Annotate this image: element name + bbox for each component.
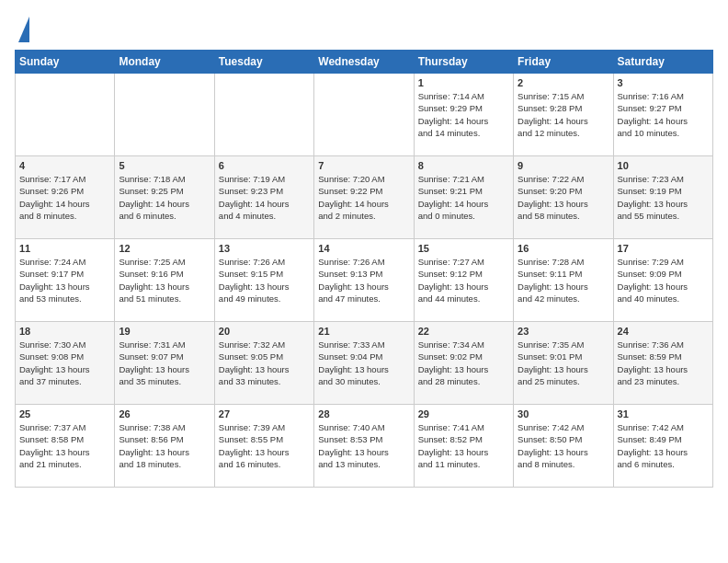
calendar-cell: 9Sunrise: 7:22 AM Sunset: 9:20 PM Daylig… <box>514 156 613 239</box>
day-info: Sunrise: 7:42 AM Sunset: 8:49 PM Dayligh… <box>618 421 709 470</box>
day-info: Sunrise: 7:22 AM Sunset: 9:20 PM Dayligh… <box>518 173 609 222</box>
page-header <box>15 15 713 42</box>
day-info: Sunrise: 7:25 AM Sunset: 9:16 PM Dayligh… <box>119 256 210 304</box>
day-info: Sunrise: 7:39 AM Sunset: 8:55 PM Dayligh… <box>219 421 310 470</box>
day-info: Sunrise: 7:18 AM Sunset: 9:25 PM Dayligh… <box>119 173 210 222</box>
day-number: 16 <box>518 243 609 254</box>
day-number: 11 <box>19 243 110 254</box>
day-info: Sunrise: 7:21 AM Sunset: 9:21 PM Dayligh… <box>418 173 509 222</box>
day-info: Sunrise: 7:19 AM Sunset: 9:23 PM Dayligh… <box>219 173 310 222</box>
calendar-cell <box>214 74 313 156</box>
day-info: Sunrise: 7:26 AM Sunset: 9:13 PM Dayligh… <box>318 256 409 304</box>
calendar-cell: 18Sunrise: 7:30 AM Sunset: 9:08 PM Dayli… <box>16 322 115 405</box>
weekday-header-sunday: Sunday <box>16 51 115 74</box>
calendar-cell: 15Sunrise: 7:27 AM Sunset: 9:12 PM Dayli… <box>414 239 513 322</box>
day-info: Sunrise: 7:38 AM Sunset: 8:56 PM Dayligh… <box>119 421 210 470</box>
day-info: Sunrise: 7:26 AM Sunset: 9:15 PM Dayligh… <box>219 256 310 304</box>
calendar-cell: 2Sunrise: 7:15 AM Sunset: 9:28 PM Daylig… <box>514 74 613 156</box>
day-info: Sunrise: 7:34 AM Sunset: 9:02 PM Dayligh… <box>418 339 509 387</box>
calendar-week-row: 4Sunrise: 7:17 AM Sunset: 9:26 PM Daylig… <box>16 156 713 239</box>
day-info: Sunrise: 7:42 AM Sunset: 8:50 PM Dayligh… <box>518 421 609 470</box>
day-number: 7 <box>318 160 409 171</box>
day-info: Sunrise: 7:17 AM Sunset: 9:26 PM Dayligh… <box>19 173 110 222</box>
calendar-week-row: 11Sunrise: 7:24 AM Sunset: 9:17 PM Dayli… <box>16 239 713 322</box>
calendar-cell: 31Sunrise: 7:42 AM Sunset: 8:49 PM Dayli… <box>613 405 712 488</box>
calendar-cell: 7Sunrise: 7:20 AM Sunset: 9:22 PM Daylig… <box>314 156 414 239</box>
day-info: Sunrise: 7:40 AM Sunset: 8:53 PM Dayligh… <box>318 421 409 470</box>
weekday-header-wednesday: Wednesday <box>314 51 414 74</box>
weekday-header-thursday: Thursday <box>414 51 513 74</box>
calendar-table: SundayMondayTuesdayWednesdayThursdayFrid… <box>15 50 713 488</box>
day-number: 9 <box>518 160 609 171</box>
day-number: 19 <box>119 326 210 337</box>
day-number: 24 <box>618 326 709 337</box>
day-number: 15 <box>418 243 509 254</box>
logo <box>15 15 29 42</box>
calendar-cell: 27Sunrise: 7:39 AM Sunset: 8:55 PM Dayli… <box>214 405 313 488</box>
day-number: 30 <box>518 408 609 419</box>
calendar-cell: 6Sunrise: 7:19 AM Sunset: 9:23 PM Daylig… <box>214 156 313 239</box>
day-info: Sunrise: 7:27 AM Sunset: 9:12 PM Dayligh… <box>418 256 509 304</box>
calendar-body: 1Sunrise: 7:14 AM Sunset: 9:29 PM Daylig… <box>16 74 713 488</box>
day-number: 21 <box>318 326 409 337</box>
calendar-cell: 25Sunrise: 7:37 AM Sunset: 8:58 PM Dayli… <box>16 405 115 488</box>
calendar-cell: 23Sunrise: 7:35 AM Sunset: 9:01 PM Dayli… <box>514 322 613 405</box>
calendar-cell: 24Sunrise: 7:36 AM Sunset: 8:59 PM Dayli… <box>613 322 712 405</box>
calendar-week-row: 25Sunrise: 7:37 AM Sunset: 8:58 PM Dayli… <box>16 405 713 488</box>
day-info: Sunrise: 7:29 AM Sunset: 9:09 PM Dayligh… <box>618 256 709 304</box>
day-info: Sunrise: 7:32 AM Sunset: 9:05 PM Dayligh… <box>219 339 310 387</box>
calendar-week-row: 1Sunrise: 7:14 AM Sunset: 9:29 PM Daylig… <box>16 74 713 156</box>
day-number: 14 <box>318 243 409 254</box>
day-info: Sunrise: 7:33 AM Sunset: 9:04 PM Dayligh… <box>318 339 409 387</box>
day-number: 18 <box>19 326 110 337</box>
day-info: Sunrise: 7:20 AM Sunset: 9:22 PM Dayligh… <box>318 173 409 222</box>
calendar-cell: 20Sunrise: 7:32 AM Sunset: 9:05 PM Dayli… <box>214 322 313 405</box>
day-number: 10 <box>618 160 709 171</box>
day-number: 28 <box>318 408 409 419</box>
day-info: Sunrise: 7:41 AM Sunset: 8:52 PM Dayligh… <box>418 421 509 470</box>
weekday-header-friday: Friday <box>514 51 613 74</box>
day-number: 6 <box>219 160 310 171</box>
calendar-cell: 4Sunrise: 7:17 AM Sunset: 9:26 PM Daylig… <box>16 156 115 239</box>
calendar-cell: 16Sunrise: 7:28 AM Sunset: 9:11 PM Dayli… <box>514 239 613 322</box>
calendar-cell: 11Sunrise: 7:24 AM Sunset: 9:17 PM Dayli… <box>16 239 115 322</box>
day-info: Sunrise: 7:23 AM Sunset: 9:19 PM Dayligh… <box>618 173 709 222</box>
day-number: 4 <box>19 160 110 171</box>
calendar-week-row: 18Sunrise: 7:30 AM Sunset: 9:08 PM Dayli… <box>16 322 713 405</box>
calendar-cell: 26Sunrise: 7:38 AM Sunset: 8:56 PM Dayli… <box>115 405 214 488</box>
weekday-header-row: SundayMondayTuesdayWednesdayThursdayFrid… <box>16 51 713 74</box>
calendar-cell: 13Sunrise: 7:26 AM Sunset: 9:15 PM Dayli… <box>214 239 313 322</box>
day-info: Sunrise: 7:31 AM Sunset: 9:07 PM Dayligh… <box>119 339 210 387</box>
day-info: Sunrise: 7:15 AM Sunset: 9:28 PM Dayligh… <box>518 90 609 139</box>
calendar-cell: 19Sunrise: 7:31 AM Sunset: 9:07 PM Dayli… <box>115 322 214 405</box>
calendar-cell <box>16 74 115 156</box>
calendar-cell: 30Sunrise: 7:42 AM Sunset: 8:50 PM Dayli… <box>514 405 613 488</box>
day-number: 25 <box>19 408 110 419</box>
day-number: 22 <box>418 326 509 337</box>
day-number: 29 <box>418 408 509 419</box>
day-number: 13 <box>219 243 310 254</box>
calendar-cell: 1Sunrise: 7:14 AM Sunset: 9:29 PM Daylig… <box>414 74 513 156</box>
day-number: 3 <box>618 77 709 88</box>
day-number: 1 <box>418 77 509 88</box>
day-number: 23 <box>518 326 609 337</box>
calendar-cell: 3Sunrise: 7:16 AM Sunset: 9:27 PM Daylig… <box>613 74 712 156</box>
day-number: 27 <box>219 408 310 419</box>
day-number: 31 <box>618 408 709 419</box>
calendar-cell: 10Sunrise: 7:23 AM Sunset: 9:19 PM Dayli… <box>613 156 712 239</box>
calendar-cell: 14Sunrise: 7:26 AM Sunset: 9:13 PM Dayli… <box>314 239 414 322</box>
calendar-cell: 29Sunrise: 7:41 AM Sunset: 8:52 PM Dayli… <box>414 405 513 488</box>
day-number: 20 <box>219 326 310 337</box>
day-number: 5 <box>119 160 210 171</box>
day-number: 2 <box>518 77 609 88</box>
calendar-cell: 17Sunrise: 7:29 AM Sunset: 9:09 PM Dayli… <box>613 239 712 322</box>
weekday-header-saturday: Saturday <box>613 51 712 74</box>
calendar-cell <box>115 74 214 156</box>
day-info: Sunrise: 7:35 AM Sunset: 9:01 PM Dayligh… <box>518 339 609 387</box>
day-number: 12 <box>119 243 210 254</box>
calendar-header: SundayMondayTuesdayWednesdayThursdayFrid… <box>16 51 713 74</box>
day-number: 17 <box>618 243 709 254</box>
calendar-cell: 22Sunrise: 7:34 AM Sunset: 9:02 PM Dayli… <box>414 322 513 405</box>
day-number: 26 <box>119 408 210 419</box>
day-info: Sunrise: 7:24 AM Sunset: 9:17 PM Dayligh… <box>19 256 110 304</box>
